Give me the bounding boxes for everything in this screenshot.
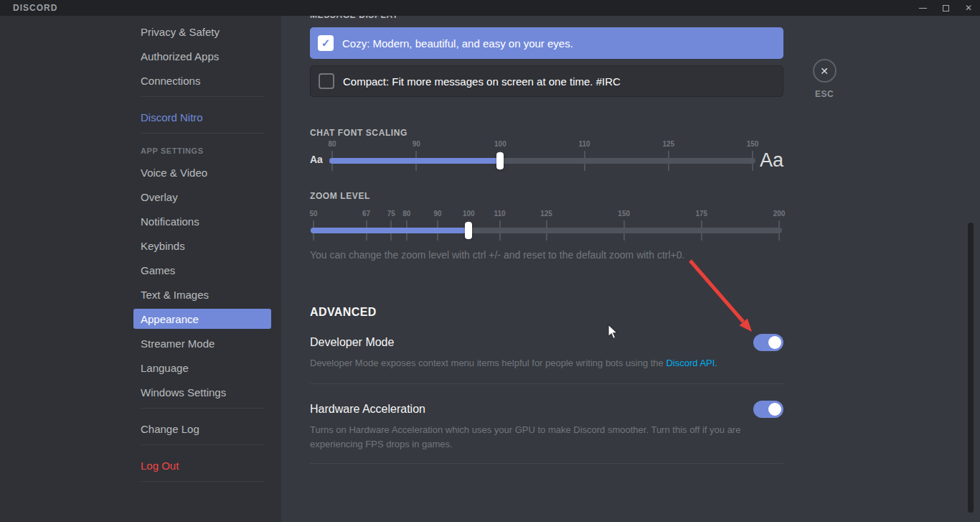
sidebar-item-streamer-mode[interactable]: Streamer Mode xyxy=(133,333,271,353)
font-scale-min-sample: Aa xyxy=(310,154,323,165)
tick-label: 80 xyxy=(402,210,410,218)
app-settings-header: APP SETTINGS xyxy=(133,144,271,158)
scrollbar-thumb[interactable] xyxy=(968,223,974,513)
hardware-acceleration-description: Turns on Hardware Acceleration which use… xyxy=(310,423,783,452)
close-button[interactable]: ✕ xyxy=(957,0,980,16)
settings-nav: Privacy & Safety Authorized Apps Connect… xyxy=(133,22,271,492)
developer-mode-label: Developer Mode xyxy=(310,336,394,349)
sidebar-item-voice-video[interactable]: Voice & Video xyxy=(133,162,271,182)
chat-font-scaling-slider: 80 90 100 110 125 150 xyxy=(332,141,753,174)
sidebar-item-text-images[interactable]: Text & Images xyxy=(133,284,271,304)
sidebar-item-language[interactable]: Language xyxy=(133,358,271,378)
sidebar-divider xyxy=(141,133,264,134)
zoom-level-slider: 50 67 75 80 90 100 110 125 150 175 200 xyxy=(314,210,779,243)
sidebar-divider xyxy=(141,481,264,482)
tick-label: 90 xyxy=(434,210,442,218)
toggle-knob xyxy=(768,336,781,349)
tick-label: 50 xyxy=(309,210,317,218)
sidebar-item-keybinds[interactable]: Keybinds xyxy=(133,236,271,256)
discord-logo: DISCORD xyxy=(13,3,57,13)
hardware-acceleration-label: Hardware Acceleration xyxy=(310,403,425,416)
tick-label: 150 xyxy=(747,140,759,148)
sidebar-divider xyxy=(141,408,264,409)
close-settings-button[interactable]: ✕ xyxy=(813,59,837,83)
tick-label: 125 xyxy=(662,140,674,148)
chat-font-scaling-handle[interactable] xyxy=(496,152,504,169)
sidebar-item-appearance[interactable]: Appearance xyxy=(133,309,271,329)
esc-label: ESC xyxy=(806,89,843,99)
cozy-label: Cozy: Modern, beautiful, and easy on you… xyxy=(342,37,573,50)
tick-label: 125 xyxy=(540,210,552,218)
window-controls: ✕ xyxy=(911,0,980,16)
tick-label: 80 xyxy=(328,140,336,148)
minimize-icon xyxy=(919,8,927,9)
zoom-level-header: ZOOM LEVEL xyxy=(310,191,370,201)
sidebar-item-connections[interactable]: Connections xyxy=(133,70,271,90)
chat-font-scaling-track[interactable] xyxy=(329,158,755,164)
cozy-checkbox[interactable]: ✓ xyxy=(318,35,334,51)
tick-label: 90 xyxy=(413,140,420,148)
developer-mode-description: Developer Mode exposes context menu item… xyxy=(310,356,783,370)
appearance-settings-panel: MESSAGE DISPLAY ✓ Cozy: Modern, beautifu… xyxy=(281,16,980,522)
tick-label: 110 xyxy=(494,210,506,218)
tick-label: 67 xyxy=(362,210,370,218)
message-display-header: MESSAGE DISPLAY xyxy=(310,16,398,20)
section-divider xyxy=(310,383,783,384)
settings-sidebar: Privacy & Safety Authorized Apps Connect… xyxy=(0,16,281,522)
description-text: Developer Mode exposes context menu item… xyxy=(310,358,666,368)
compact-label: Compact: Fit more messages on screen at … xyxy=(343,75,621,88)
developer-mode-toggle[interactable] xyxy=(753,334,783,351)
discord-api-link[interactable]: Discord API. xyxy=(666,358,717,368)
maximize-button[interactable] xyxy=(934,0,957,16)
cozy-option[interactable]: ✓ Cozy: Modern, beautiful, and easy on y… xyxy=(310,27,783,59)
tick-label: 100 xyxy=(494,140,507,148)
sidebar-divider xyxy=(141,444,264,445)
sidebar-item-discord-nitro[interactable]: Discord Nitro xyxy=(133,107,271,127)
check-icon: ✓ xyxy=(321,37,331,50)
toggle-knob xyxy=(768,403,781,416)
close-settings: ✕ ESC xyxy=(806,59,843,99)
titlebar: DISCORD ✕ xyxy=(0,0,980,16)
tick-label: 100 xyxy=(463,210,475,218)
zoom-level-handle[interactable] xyxy=(465,222,472,239)
slider-fill xyxy=(311,228,470,233)
sidebar-item-windows-settings[interactable]: Windows Settings xyxy=(133,382,271,402)
chat-font-scaling-header: CHAT FONT SCALING xyxy=(310,128,407,138)
sidebar-item-log-out[interactable]: Log Out xyxy=(133,455,271,475)
tick-label: 175 xyxy=(695,210,707,218)
tick-label: 150 xyxy=(618,210,630,218)
sidebar-item-authorized-apps[interactable]: Authorized Apps xyxy=(133,46,271,66)
sidebar-item-games[interactable]: Games xyxy=(133,260,271,280)
tick-label: 200 xyxy=(773,210,786,218)
hardware-acceleration-toggle[interactable] xyxy=(753,401,783,418)
sidebar-item-change-log[interactable]: Change Log xyxy=(133,419,271,439)
zoom-level-track[interactable] xyxy=(311,228,782,233)
compact-option[interactable]: Compact: Fit more messages on screen at … xyxy=(310,65,783,97)
close-icon: ✕ xyxy=(965,4,972,12)
advanced-header: ADVANCED xyxy=(310,306,377,319)
sidebar-item-notifications[interactable]: Notifications xyxy=(133,211,271,231)
sidebar-item-privacy-safety[interactable]: Privacy & Safety xyxy=(133,22,271,42)
sidebar-divider xyxy=(141,96,264,97)
discord-settings-window: DISCORD ✕ Privacy & Safety Authorized Ap… xyxy=(0,0,980,522)
font-scale-max-sample: Aa xyxy=(755,149,783,171)
minimize-button[interactable] xyxy=(911,0,934,16)
slider-fill xyxy=(329,158,501,164)
tick-label: 75 xyxy=(387,210,395,218)
sidebar-item-overlay[interactable]: Overlay xyxy=(133,187,271,207)
tick-label: 110 xyxy=(579,140,590,148)
close-icon: ✕ xyxy=(820,65,829,77)
compact-checkbox[interactable] xyxy=(319,73,334,89)
maximize-icon xyxy=(943,5,949,11)
section-divider xyxy=(310,463,783,464)
zoom-help-text: You can change the zoom level with ctrl … xyxy=(310,249,783,261)
